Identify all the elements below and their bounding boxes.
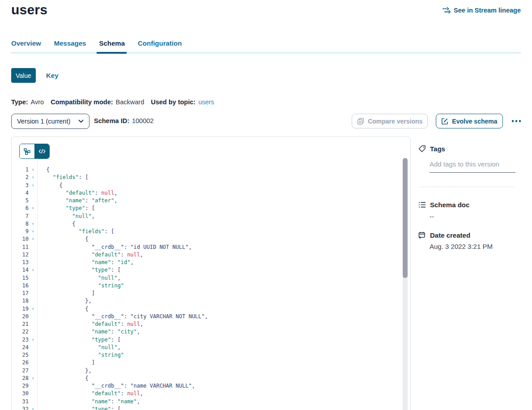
fold-spacer xyxy=(29,297,37,305)
line-number: 24 xyxy=(12,344,29,351)
tab-schema[interactable]: Schema xyxy=(99,39,125,52)
code-line: 10▾ { xyxy=(12,235,410,243)
chevron-down-icon xyxy=(78,120,84,123)
line-number: 26 xyxy=(12,359,29,367)
fold-toggle-icon[interactable]: ▾ xyxy=(29,266,37,274)
code-line: 7 "null", xyxy=(12,213,410,220)
code-text: "default": null, xyxy=(37,251,143,259)
fold-toggle-icon[interactable]: ▾ xyxy=(29,220,37,228)
line-number: 20 xyxy=(12,313,29,320)
meta-item: Used by topic:users xyxy=(151,98,214,106)
fold-toggle-icon[interactable]: ▾ xyxy=(29,205,37,212)
tags-section-heading: Tags xyxy=(418,145,445,153)
topic-link[interactable]: users xyxy=(198,98,214,106)
fold-toggle-icon[interactable]: ▾ xyxy=(29,235,37,243)
code-text: { xyxy=(37,375,88,382)
fold-spacer xyxy=(29,251,37,259)
fold-spacer xyxy=(29,282,37,290)
meta-value: Backward xyxy=(116,98,145,106)
code-text: { xyxy=(37,235,88,243)
schema-id: Schema ID: 100002 xyxy=(94,117,153,124)
value-toggle-button[interactable]: Value xyxy=(11,68,36,83)
version-select[interactable]: Version 1 (current) xyxy=(11,114,89,129)
line-number: 5 xyxy=(12,197,29,205)
code-text: "type": [ xyxy=(37,266,121,274)
code-text: "default": null, xyxy=(37,320,143,328)
code-text: "name": "name", xyxy=(37,398,140,406)
fold-spacer xyxy=(29,243,37,251)
line-number: 3 xyxy=(12,182,29,189)
fold-toggle-icon[interactable]: ▾ xyxy=(29,336,37,344)
line-number: 23 xyxy=(12,336,29,344)
fold-toggle-icon[interactable]: ▾ xyxy=(29,182,37,189)
tab-label: Schema xyxy=(99,39,125,47)
tag-icon xyxy=(418,145,426,153)
code-line: 22 "name": "city", xyxy=(12,328,410,336)
fold-toggle-icon[interactable]: ▾ xyxy=(29,375,37,382)
fold-toggle-icon[interactable]: ▾ xyxy=(29,174,37,181)
code-editor[interactable]: 1▾{2▾ "fields": [3▾ {4 "default": null,5… xyxy=(12,158,410,410)
code-line: 21 "default": null, xyxy=(12,320,410,328)
tab-configuration[interactable]: Configuration xyxy=(138,39,182,52)
fold-spacer xyxy=(29,398,37,406)
active-tab-indicator xyxy=(97,52,127,54)
tab-label: Configuration xyxy=(138,39,182,47)
code-line: 8▾ { xyxy=(12,220,410,228)
code-lines: 1▾{2▾ "fields": [3▾ {4 "default": null,5… xyxy=(12,166,410,410)
line-number: 9 xyxy=(12,228,29,235)
code-text: "null", xyxy=(37,213,95,220)
tree-view-button[interactable] xyxy=(20,144,34,158)
code-line: 32▾ "type": [ xyxy=(12,406,410,410)
line-number: 28 xyxy=(12,375,29,382)
key-toggle-button[interactable]: Key xyxy=(46,72,59,79)
fold-spacer xyxy=(29,313,37,320)
code-line: 26 ] xyxy=(12,359,410,367)
line-number: 11 xyxy=(12,243,29,251)
code-line: 1▾{ xyxy=(12,166,410,174)
code-text: "__crdb__": "city VARCHAR NOT NULL", xyxy=(37,313,208,320)
tags-input[interactable] xyxy=(430,158,515,173)
fold-toggle-icon[interactable]: ▾ xyxy=(29,305,37,313)
editor-scrollbar-thumb[interactable] xyxy=(403,158,408,278)
schema-id-value: 100002 xyxy=(132,117,153,124)
tab-messages[interactable]: Messages xyxy=(54,39,86,52)
fold-spacer xyxy=(29,213,37,220)
line-number: 19 xyxy=(12,305,29,313)
fold-spacer xyxy=(29,367,37,375)
code-text: "name": "after", xyxy=(37,197,117,205)
code-line: 12 "default": null, xyxy=(12,251,410,259)
code-text: { xyxy=(37,305,88,313)
code-line: 13 "name": "id", xyxy=(12,259,410,266)
code-text: "fields": [ xyxy=(37,228,114,235)
page-title: users xyxy=(11,2,47,17)
fold-spacer xyxy=(29,197,37,205)
sidebar-divider xyxy=(418,187,515,187)
code-view-button[interactable] xyxy=(34,144,49,158)
code-text: ] xyxy=(37,290,95,297)
code-line: 2▾ "fields": [ xyxy=(12,174,410,181)
line-number: 30 xyxy=(12,390,29,397)
code-line: 14▾ "type": [ xyxy=(12,266,410,274)
fold-toggle-icon[interactable]: ▾ xyxy=(29,406,37,410)
code-line: 15 "null", xyxy=(12,274,410,282)
code-text: "type": [ xyxy=(37,336,121,344)
line-number: 22 xyxy=(12,328,29,336)
compare-versions-button[interactable]: Compare versions xyxy=(352,114,428,128)
line-number: 18 xyxy=(12,297,29,305)
fold-toggle-icon[interactable]: ▾ xyxy=(29,166,37,174)
line-number: 32 xyxy=(12,406,29,410)
meta-label: Compatibility mode: xyxy=(51,98,113,106)
fold-toggle-icon[interactable]: ▾ xyxy=(29,228,37,235)
code-text: "null", xyxy=(37,344,121,351)
line-number: 29 xyxy=(12,382,29,390)
schema-doc-title: Schema doc xyxy=(430,201,469,209)
tab-overview[interactable]: Overview xyxy=(11,39,41,52)
editor-scrollbar[interactable] xyxy=(403,158,408,410)
compare-versions-label: Compare versions xyxy=(368,118,422,125)
line-number: 31 xyxy=(12,398,29,406)
code-text: "name": "city", xyxy=(37,328,140,336)
code-text: "__crdb__": "name VARCHAR NULL", xyxy=(37,382,195,390)
fold-spacer xyxy=(29,328,37,336)
line-number: 4 xyxy=(12,189,29,197)
code-text: { xyxy=(37,166,50,174)
